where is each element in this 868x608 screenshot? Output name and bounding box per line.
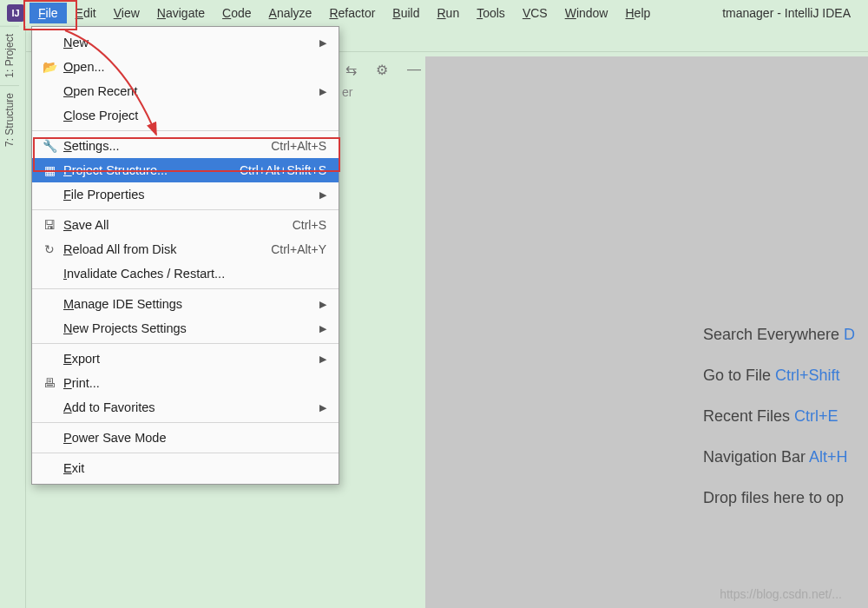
editor-empty-pane: Search Everywhere DGo to File Ctrl+Shift… <box>425 56 868 608</box>
hint-line: Navigation Bar Alt+H <box>703 448 868 466</box>
menu-item-add-to-favorites[interactable]: Add to Favorites▶ <box>32 395 339 420</box>
submenu-arrow-icon: ▶ <box>319 86 326 97</box>
mini-toolbar: ⇆ ⚙ — <box>340 56 426 83</box>
hint-line: Go to File Ctrl+Shift <box>703 367 868 385</box>
menu-item-new[interactable]: New▶ <box>32 30 339 55</box>
menu-item-manage-ide-settings[interactable]: Manage IDE Settings▶ <box>32 292 339 316</box>
window-title: tmanager - IntelliJ IDEA <box>722 6 851 20</box>
menubar: IJ FileEditViewNavigateCodeAnalyzeRefact… <box>0 0 868 26</box>
item-label: Manage IDE Settings <box>63 297 319 311</box>
menu-item-project-structure[interactable]: ▦Project Structure...Ctrl+Alt+Shift+S <box>32 158 339 182</box>
item-shortcut: Ctrl+Alt+Shift+S <box>240 163 326 177</box>
item-icon: ▦ <box>41 163 58 177</box>
left-gutter: 1: Project 7: Structure <box>0 26 26 608</box>
menu-help[interactable]: Help <box>616 3 659 23</box>
item-shortcut: Ctrl+S <box>293 218 326 232</box>
submenu-arrow-icon: ▶ <box>319 323 326 334</box>
menu-item-open-recent[interactable]: Open Recent▶ <box>32 79 339 103</box>
submenu-arrow-icon: ▶ <box>319 189 326 201</box>
item-label: Save All <box>63 218 293 232</box>
menu-item-open[interactable]: 📂Open... <box>32 55 339 79</box>
menu-analyze[interactable]: Analyze <box>260 3 321 23</box>
item-icon: 🖶 <box>41 376 58 390</box>
item-label: Power Save Mode <box>63 431 326 445</box>
item-label: New Projects Settings <box>63 321 319 335</box>
pin-icon[interactable]: ⇆ <box>340 60 362 80</box>
menu-item-exit[interactable]: Exit <box>32 456 339 480</box>
menu-item-invalidate-caches-restart[interactable]: Invalidate Caches / Restart... <box>32 261 339 286</box>
item-label: Reload All from Disk <box>63 242 271 256</box>
menu-edit[interactable]: Edit <box>67 3 105 23</box>
menu-navigate[interactable]: Navigate <box>148 3 214 23</box>
menu-vcs[interactable]: VCS <box>514 3 556 23</box>
file-menu-dropdown: New▶📂Open...Open Recent▶Close Project🔧Se… <box>31 26 339 485</box>
menu-item-save-all[interactable]: 🖫Save AllCtrl+S <box>32 213 339 237</box>
submenu-arrow-icon: ▶ <box>319 37 326 49</box>
item-label: New <box>63 36 319 50</box>
item-label: Open... <box>63 60 326 74</box>
hint-line: Drop files here to op <box>703 489 868 507</box>
menu-item-settings[interactable]: 🔧Settings...Ctrl+Alt+S <box>32 134 339 158</box>
submenu-arrow-icon: ▶ <box>319 354 326 365</box>
item-label: Project Structure... <box>63 163 240 177</box>
hint-line: Recent Files Ctrl+E <box>703 407 868 426</box>
item-label: Export <box>63 352 319 366</box>
submenu-arrow-icon: ▶ <box>319 402 326 413</box>
menu-item-reload-all-from-disk[interactable]: ↻Reload All from DiskCtrl+Alt+Y <box>32 237 339 261</box>
tab-project[interactable]: 1: Project <box>0 26 19 85</box>
item-icon: 📂 <box>41 60 58 74</box>
item-icon: 🔧 <box>41 139 58 153</box>
tab-structure[interactable]: 7: Structure <box>0 85 19 154</box>
menu-item-print[interactable]: 🖶Print... <box>32 371 339 395</box>
menu-file[interactable]: File <box>30 3 67 23</box>
gear-icon[interactable]: ⚙ <box>371 60 393 80</box>
menu-run[interactable]: Run <box>428 3 468 23</box>
item-label: File Properties <box>63 188 319 202</box>
menu-item-export[interactable]: Export▶ <box>32 347 339 371</box>
minimize-icon[interactable]: — <box>402 60 426 79</box>
menu-item-new-projects-settings[interactable]: New Projects Settings▶ <box>32 316 339 340</box>
menu-build[interactable]: Build <box>384 3 428 23</box>
menu-item-file-properties[interactable]: File Properties▶ <box>32 182 339 207</box>
item-icon: ↻ <box>41 242 58 256</box>
menu-window[interactable]: Window <box>556 3 617 23</box>
menu-item-power-save-mode[interactable]: Power Save Mode <box>32 426 339 450</box>
menu-view[interactable]: View <box>105 3 148 23</box>
item-shortcut: Ctrl+Alt+Y <box>271 242 326 256</box>
item-label: Open Recent <box>63 84 319 98</box>
item-label: Close Project <box>63 109 326 122</box>
hint-line: Search Everywhere D <box>703 326 868 344</box>
partial-label: er <box>342 85 352 99</box>
menu-item-close-project[interactable]: Close Project <box>32 103 339 128</box>
watermark: https://blog.csdn.net/... <box>720 587 842 601</box>
menu-code[interactable]: Code <box>214 3 260 23</box>
item-label: Print... <box>63 376 326 390</box>
item-label: Settings... <box>63 139 271 153</box>
item-icon: 🖫 <box>41 218 58 232</box>
item-shortcut: Ctrl+Alt+S <box>271 139 326 153</box>
submenu-arrow-icon: ▶ <box>319 299 326 310</box>
menu-tools[interactable]: Tools <box>468 3 514 23</box>
menu-refactor[interactable]: Refactor <box>320 3 384 23</box>
item-label: Add to Favorites <box>63 400 319 414</box>
item-label: Exit <box>63 461 326 475</box>
app-icon: IJ <box>7 4 24 22</box>
item-label: Invalidate Caches / Restart... <box>63 267 326 281</box>
